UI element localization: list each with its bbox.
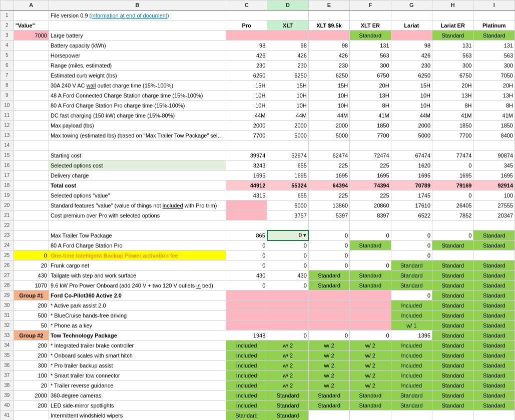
r32-i[interactable]: Standard: [473, 320, 515, 330]
r15-f[interactable]: 72474: [350, 150, 391, 160]
r40-g[interactable]: Standard: [391, 400, 432, 410]
r30-c[interactable]: [226, 300, 267, 310]
r17-g[interactable]: 1695: [391, 170, 432, 180]
r21-e[interactable]: 5397: [308, 210, 349, 220]
r34-a[interactable]: 200: [14, 340, 49, 350]
col-a-header[interactable]: A: [14, 0, 49, 10]
r11-b[interactable]: DC fast charging (150 kW) charge time (1…: [49, 110, 226, 120]
r34-e[interactable]: w/ 2: [308, 340, 349, 350]
r33-h[interactable]: Standard: [432, 330, 473, 340]
r40-h[interactable]: Standard: [432, 400, 473, 410]
r41-a[interactable]: [14, 410, 49, 420]
r30-g[interactable]: Included: [391, 300, 432, 310]
r39-a[interactable]: 2000: [14, 390, 49, 400]
r41-c[interactable]: Standard: [226, 410, 267, 420]
r38-h[interactable]: Standard: [432, 380, 473, 390]
r17-e[interactable]: 1695: [308, 170, 349, 180]
r23-b[interactable]: Max Trailer Tow Package: [49, 230, 226, 240]
r1-f[interactable]: [350, 10, 391, 20]
r9-h[interactable]: 13H: [432, 90, 473, 100]
r35-b[interactable]: * Onboard scales with smart hitch: [49, 350, 226, 360]
r26-f[interactable]: 0: [350, 260, 391, 270]
r26-c[interactable]: 0: [226, 260, 267, 270]
r25-i[interactable]: [473, 250, 515, 260]
r38-g[interactable]: Included: [391, 380, 432, 390]
r15-h[interactable]: 77474: [432, 150, 473, 160]
r36-a[interactable]: 300: [14, 360, 49, 370]
r25-c[interactable]: 0: [226, 250, 267, 260]
r16-a[interactable]: [14, 160, 49, 170]
r18-g[interactable]: 70789: [391, 180, 432, 190]
r21-a[interactable]: [14, 210, 49, 220]
col-g-header[interactable]: G: [391, 0, 432, 10]
r25-f[interactable]: [350, 250, 391, 260]
r39-d[interactable]: Standard: [267, 390, 308, 400]
r32-c[interactable]: [226, 320, 267, 330]
r10-i[interactable]: 8H: [473, 100, 515, 110]
r26-e[interactable]: 0: [308, 260, 349, 270]
r16-b[interactable]: Selected options cost: [49, 160, 226, 170]
r7-b[interactable]: Estimated curb weight (lbs): [49, 70, 226, 80]
r40-a[interactable]: 200: [14, 400, 49, 410]
r15-e[interactable]: 62474: [308, 150, 349, 160]
r26-b[interactable]: Frunk cargo net: [49, 260, 226, 270]
r11-e[interactable]: 44M: [308, 110, 349, 120]
r14-i[interactable]: [473, 140, 515, 150]
r4-c[interactable]: 98: [226, 40, 267, 50]
r29-e[interactable]: [308, 290, 349, 300]
r16-d[interactable]: 655: [267, 160, 308, 170]
r10-d[interactable]: 10H: [267, 100, 308, 110]
r19-b[interactable]: Selected options "value": [49, 190, 226, 200]
r37-e[interactable]: w/ 2: [308, 370, 349, 380]
r6-e[interactable]: 230: [308, 60, 349, 70]
r37-g[interactable]: Included: [391, 370, 432, 380]
r29-g[interactable]: 0: [391, 290, 432, 300]
r4-g[interactable]: 98: [391, 40, 432, 50]
r6-b[interactable]: Range (miles, estimated): [49, 60, 226, 70]
r31-d[interactable]: [267, 310, 308, 320]
r24-b[interactable]: 80 A Ford Charge Station Pro: [49, 240, 226, 250]
r8-b[interactable]: 30A 240 V AC wall outlet charge time (15…: [49, 80, 226, 90]
r39-e[interactable]: Standard: [308, 390, 349, 400]
r8-g[interactable]: 15H: [391, 80, 432, 90]
r19-f[interactable]: 225: [350, 190, 391, 200]
r8-a[interactable]: [14, 80, 49, 90]
r22-d[interactable]: [267, 220, 308, 230]
r28-g[interactable]: Standard: [391, 280, 432, 290]
r20-g[interactable]: 17610: [391, 200, 432, 210]
r4-h[interactable]: 131: [432, 40, 473, 50]
r28-b[interactable]: 9.6 kW Pro Power Onboard (add 240 V + tw…: [49, 280, 226, 290]
r31-b[interactable]: * BlueCruise hands-free driving: [49, 310, 226, 320]
r9-i[interactable]: 13H: [473, 90, 515, 100]
r13-b[interactable]: Max towing (estimated lbs) (based on "Ma…: [49, 130, 226, 140]
r6-a[interactable]: [14, 60, 49, 70]
r33-f[interactable]: 0: [350, 330, 391, 340]
r7-d[interactable]: 6250: [267, 70, 308, 80]
r34-d[interactable]: w/ 2: [267, 340, 308, 350]
r2-e[interactable]: XLT $9.5k: [308, 20, 349, 30]
r36-f[interactable]: w/ 2: [350, 360, 391, 370]
r1-g[interactable]: [391, 10, 432, 20]
r28-e[interactable]: Standard: [308, 280, 349, 290]
r12-b[interactable]: Max payload (lbs): [49, 120, 226, 130]
r36-c[interactable]: Included: [226, 360, 267, 370]
r14-g[interactable]: [391, 140, 432, 150]
r21-i[interactable]: 20347: [473, 210, 515, 220]
r32-f[interactable]: [350, 320, 391, 330]
r35-a[interactable]: 200: [14, 350, 49, 360]
r19-e[interactable]: 225: [308, 190, 349, 200]
r23-g[interactable]: 0: [391, 230, 432, 240]
r24-d[interactable]: 0: [267, 240, 308, 250]
r34-b[interactable]: * Integrated trailer brake controller: [49, 340, 226, 350]
col-i-header[interactable]: I: [473, 0, 515, 10]
r27-g[interactable]: Standard: [391, 270, 432, 280]
r32-a[interactable]: 50: [14, 320, 49, 330]
r1-d[interactable]: [267, 10, 308, 20]
r31-h[interactable]: Standard: [432, 310, 473, 320]
r13-a[interactable]: [14, 130, 49, 140]
r9-a[interactable]: [14, 90, 49, 100]
r32-g[interactable]: w/ 1: [391, 320, 432, 330]
r2-i[interactable]: Platinum: [473, 20, 515, 30]
r16-h[interactable]: 0: [432, 160, 473, 170]
r32-b[interactable]: * Phone as a key: [49, 320, 226, 330]
